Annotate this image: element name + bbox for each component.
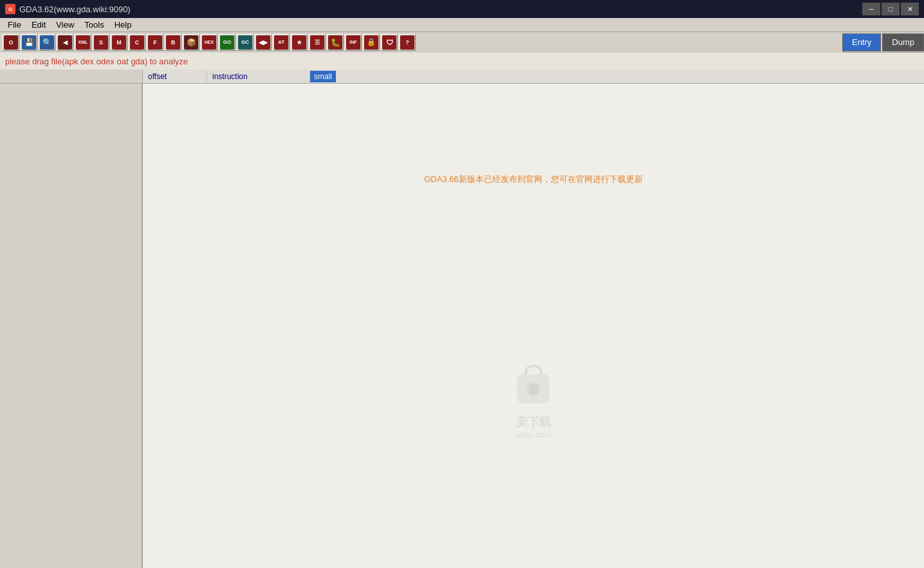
sidebar-spacer [0,69,143,83]
title-bar-left: G GDA3.62(www.gda.wiki:9090) [5,4,131,14]
tool-gc[interactable]: GC [237,34,254,51]
left-sidebar [0,84,143,568]
menu-tools[interactable]: Tools [79,19,109,31]
menu-view[interactable]: View [51,19,79,31]
watermark-sub: anxz.com [508,430,559,439]
toolbar: O 💾 🔍 ◀ XML S M C F B 📦 [0,32,842,53]
update-notice: GDA3.66新版本已经发布到官网，您可在官网进行下载更新 [143,174,924,185]
drag-notice-text: please drag file(apk dex odex oat gda) t… [5,57,188,66]
tool-smali[interactable]: S [93,34,109,51]
col-header-smali: smali [310,71,336,82]
window-title: GDA3.62(www.gda.wiki:9090) [19,5,131,14]
tool-at[interactable]: AT [273,34,290,51]
svg-text:G: G [8,6,12,12]
col-header-instruction: instruction [207,71,310,82]
content-area: GDA3.66新版本已经发布到官网，您可在官网进行下载更新 安 安下载 anxz… [143,84,924,568]
close-button[interactable]: ✕ [901,3,919,15]
action-buttons: Entry Dump [842,33,924,51]
tool-m[interactable]: M [111,34,127,51]
tool-c[interactable]: C [129,34,145,51]
drag-notice: please drag file(apk dex odex oat gda) t… [0,53,924,69]
col-header-offset: offset [143,71,207,82]
top-strip: O 💾 🔍 ◀ XML S M C F B 📦 [0,32,924,53]
app-icon: G [5,4,15,14]
title-bar: G GDA3.62(www.gda.wiki:9090) ─ □ ✕ [0,0,924,18]
watermark: 安 安下载 anxz.com [508,358,559,439]
tool-b[interactable]: B [165,34,181,51]
tool-star[interactable]: ★ [291,34,308,51]
watermark-bag-icon: 安 [508,358,559,410]
entry-button[interactable]: Entry [842,33,881,51]
tool-lock[interactable]: 🔒 [363,34,380,51]
watermark-text: 安下载 [508,414,559,430]
menu-help[interactable]: Help [109,19,137,31]
tool-arrows[interactable]: ◀▶ [255,34,272,51]
tool-shield[interactable]: 🛡 [381,34,398,51]
tool-help[interactable]: ? [399,34,416,51]
menu-bar: File Edit View Tools Help [0,18,924,32]
menu-file[interactable]: File [3,19,26,31]
tool-go[interactable]: GO [219,34,236,51]
tool-list[interactable]: ☰ [309,34,326,51]
maximize-button[interactable]: □ [882,3,900,15]
column-headers: offset instruction smali [0,69,924,84]
tool-f[interactable]: F [147,34,163,51]
tool-back[interactable]: ◀ [57,34,73,51]
tool-pkg[interactable]: 📦 [183,34,199,51]
tool-open[interactable]: O [3,34,19,51]
tool-hex[interactable]: HEX [201,34,217,51]
window-controls: ─ □ ✕ [862,3,919,15]
main-area: GDA3.66新版本已经发布到官网，您可在官网进行下载更新 安 安下载 anxz… [0,84,924,568]
tool-inf[interactable]: INF [345,34,362,51]
minimize-button[interactable]: ─ [862,3,880,15]
tool-search[interactable]: 🔍 [39,34,55,51]
svg-text:安: 安 [529,385,538,394]
dump-button[interactable]: Dump [882,33,924,51]
tool-bug[interactable]: 🐛 [327,34,344,51]
tool-save[interactable]: 💾 [21,34,37,51]
menu-edit[interactable]: Edit [26,19,51,31]
tool-xml[interactable]: XML [75,34,91,51]
